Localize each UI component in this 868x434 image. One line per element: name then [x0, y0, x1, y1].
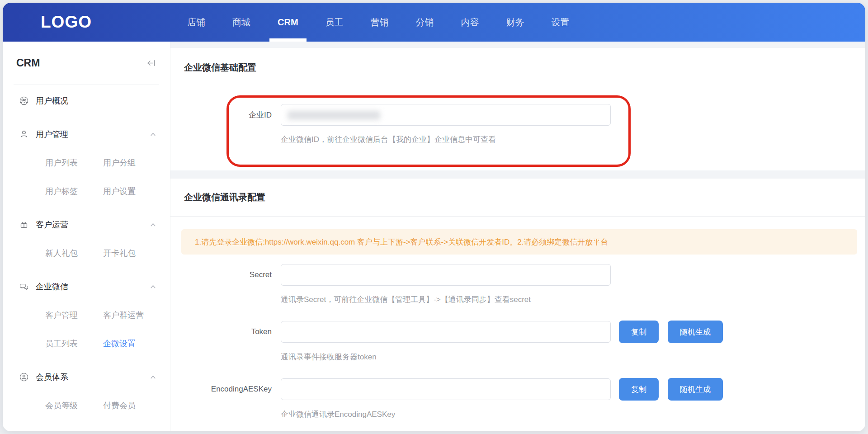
chevron-up-icon: [150, 222, 156, 228]
sidebar-item-staff-list[interactable]: 员工列表: [45, 329, 103, 358]
form-area: Secret通讯录Secret，可前往企业微信【管理工具】->【通讯录同步】查看…: [170, 264, 865, 420]
submenu-user-management: 用户列表用户分组用户标签用户设置: [3, 148, 170, 205]
encoding-aes-key-input-box: [281, 378, 611, 400]
encoding-aes-key-input[interactable]: [281, 379, 610, 400]
sidebar-item-wecom-settings[interactable]: 企微设置: [103, 329, 159, 358]
sidebar-item-customer-operation[interactable]: 客户运营: [3, 211, 170, 239]
sidebar-menu: 用户概况用户管理用户列表用户分组用户标签用户设置客户运营新人礼包开卡礼包企业微信…: [3, 85, 170, 420]
sidebar-item-user-group[interactable]: 用户分组: [103, 148, 159, 177]
sidebar-item-user-management[interactable]: 用户管理: [3, 120, 170, 148]
field-group-secret: Secret通讯录Secret，可前往企业微信【管理工具】->【通讯录同步】查看…: [170, 264, 865, 305]
corp-id-label: 企业ID: [170, 110, 281, 120]
nav-item-marketing[interactable]: 营销: [363, 3, 397, 42]
collapse-sidebar-icon[interactable]: [146, 58, 156, 68]
sidebar-group-wechat-work: 企业微信客户管理客户群运营员工列表企微设置: [3, 273, 170, 358]
sidebar-item-wechat-work[interactable]: 企业微信: [3, 273, 170, 301]
sidebar-group-users-overview: 用户概况: [3, 87, 170, 115]
corp-id-help-text: 企业微信ID，前往企业微信后台【我的企业】企业信息中可查看: [281, 135, 865, 145]
section-title: 企业微信基础配置: [170, 48, 865, 87]
corp-id-input[interactable]: [281, 104, 610, 125]
field-row: Secret: [170, 264, 865, 286]
sidebar: CRM 用户概况用户管理用户列表用户分组用户标签用户设置客户运营新人礼包开卡礼包…: [3, 42, 170, 431]
field-row: Token复制随机生成: [170, 321, 865, 343]
nav-item-staff[interactable]: 员工: [317, 3, 352, 42]
sidebar-item-customer-management[interactable]: 客户管理: [45, 301, 103, 329]
sidebar-item-user-list[interactable]: 用户列表: [45, 148, 103, 177]
sidebar-item-new-user-gift[interactable]: 新人礼包: [45, 239, 103, 267]
sidebar-item-card-gift[interactable]: 开卡礼包: [103, 239, 159, 267]
secret-help-text: 通讯录Secret，可前往企业微信【管理工具】->【通讯录同步】查看secret: [281, 295, 865, 305]
sidebar-item-label: 客户运营: [36, 219, 150, 230]
submenu-wechat-work: 客户管理客户群运营员工列表企微设置: [3, 301, 170, 358]
secret-input-box: [281, 264, 611, 286]
token-help-text: 通讯录事件接收服务器token: [281, 352, 865, 362]
field-row: 企业ID: [170, 104, 865, 126]
body-row: CRM 用户概况用户管理用户列表用户分组用户标签用户设置客户运营新人礼包开卡礼包…: [3, 42, 865, 431]
main-content: 企业微信基础配置企业ID企业微信ID，前往企业微信后台【我的企业】企业信息中可查…: [170, 42, 865, 431]
nav-item-content[interactable]: 内容: [453, 3, 487, 42]
token-label: Token: [170, 327, 281, 336]
sidebar-group-membership: 会员体系会员等级付费会员: [3, 363, 170, 420]
sidebar-group-customer-operation: 客户运营新人礼包开卡礼包: [3, 211, 170, 267]
sidebar-item-user-tag[interactable]: 用户标签: [45, 177, 103, 205]
sidebar-item-label: 用户管理: [36, 129, 150, 140]
section-title: 企业微信通讯录配置: [170, 179, 865, 216]
token-input-box: [281, 321, 611, 343]
nav-item-settings[interactable]: 设置: [543, 3, 578, 42]
section-wecom-basic-config: 企业微信基础配置企业ID企业微信ID，前往企业微信后台【我的企业】企业信息中可查…: [170, 48, 865, 170]
nav-item-shop[interactable]: 店铺: [179, 3, 213, 42]
sidebar-item-label: 企业微信: [36, 281, 150, 292]
random-generate-button[interactable]: 随机生成: [668, 378, 723, 401]
nav-item-mall[interactable]: 商城: [224, 3, 259, 42]
sidebar-item-member-level[interactable]: 会员等级: [45, 391, 103, 420]
sidebar-item-users-overview[interactable]: 用户概况: [3, 87, 170, 115]
chevron-up-icon: [150, 374, 156, 381]
secret-label: Secret: [170, 270, 281, 279]
logo: LOGO: [41, 13, 92, 32]
encoding-aes-key-label: EncodingAESKey: [170, 385, 281, 394]
nav-item-crm[interactable]: CRM: [269, 3, 307, 42]
secret-input[interactable]: [281, 264, 610, 285]
nav-items: 店铺商城CRM员工营销分销内容财务设置: [179, 3, 578, 42]
user-icon: [19, 129, 29, 139]
submenu-customer-operation: 新人礼包开卡礼包: [3, 239, 170, 267]
notice-banner: 1.请先登录企业微信:https://work.weixin.qq.com 客户…: [181, 229, 857, 255]
chevron-up-icon: [150, 131, 156, 138]
divider: [170, 87, 865, 87]
copy-button[interactable]: 复制: [619, 321, 659, 343]
form-area: 企业ID企业微信ID，前往企业微信后台【我的企业】企业信息中可查看: [170, 104, 865, 145]
nav-item-distribution[interactable]: 分销: [408, 3, 442, 42]
app-window: LOGO 店铺商城CRM员工营销分销内容财务设置 CRM 用户概况用户管理用户列…: [3, 3, 865, 431]
field-group-token: Token复制随机生成通讯录事件接收服务器token: [170, 321, 865, 362]
wechat-work-icon: [19, 282, 29, 292]
random-generate-button[interactable]: 随机生成: [668, 321, 723, 343]
field-group-corp-id: 企业ID企业微信ID，前往企业微信后台【我的企业】企业信息中可查看: [170, 104, 865, 145]
section-wecom-contacts-config: 企业微信通讯录配置1.请先登录企业微信:https://work.weixin.…: [170, 179, 865, 431]
sidebar-item-customer-group-operation[interactable]: 客户群运营: [103, 301, 159, 329]
field-group-encoding-aes-key: EncodingAESKey复制随机生成企业微信通讯录EncodingAESKe…: [170, 378, 865, 420]
sidebar-title: CRM: [16, 57, 40, 69]
nav-item-finance[interactable]: 财务: [498, 3, 533, 42]
sidebar-item-user-settings[interactable]: 用户设置: [103, 177, 159, 205]
section-gap: [170, 170, 865, 179]
field-row: EncodingAESKey复制随机生成: [170, 378, 865, 401]
gift-icon: [19, 220, 29, 230]
sidebar-item-label: 会员体系: [36, 372, 150, 382]
encoding-aes-key-help-text: 企业微信通讯录EncodingAESKey: [281, 410, 865, 420]
copy-button[interactable]: 复制: [619, 378, 659, 401]
users-overview-icon: [19, 96, 29, 106]
sidebar-header: CRM: [3, 42, 170, 85]
sidebar-item-paid-member[interactable]: 付费会员: [103, 391, 159, 420]
chevron-up-icon: [150, 283, 156, 290]
submenu-membership: 会员等级付费会员: [3, 391, 170, 420]
sidebar-group-user-management: 用户管理用户列表用户分组用户标签用户设置: [3, 120, 170, 205]
sidebar-item-label: 用户概况: [36, 95, 156, 106]
token-input[interactable]: [281, 321, 610, 342]
top-nav-bar: LOGO 店铺商城CRM员工营销分销内容财务设置: [3, 3, 865, 42]
member-icon: [19, 372, 29, 382]
corp-id-input-box: [281, 104, 611, 126]
divider: [170, 216, 865, 217]
sidebar-item-membership[interactable]: 会员体系: [3, 363, 170, 391]
